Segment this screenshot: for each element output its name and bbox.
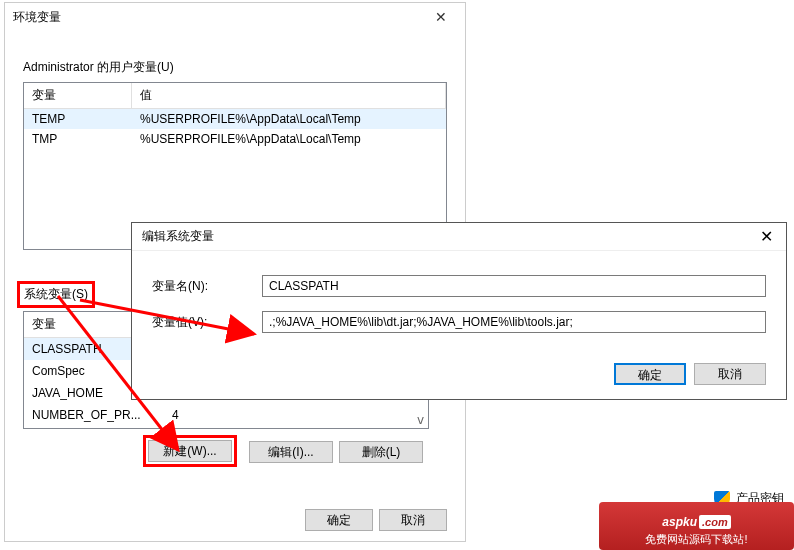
col-value: 值: [132, 83, 446, 108]
chevron-down-icon[interactable]: ⅴ: [412, 412, 428, 428]
new-button-highlight: 新建(W)...: [143, 435, 237, 467]
table-row[interactable]: TMP %USERPROFILE%\AppData\Local\Temp: [24, 129, 446, 149]
edit-dialog-titlebar: 编辑系统变量 ✕: [132, 223, 786, 251]
edit-dialog-title: 编辑系统变量: [142, 228, 214, 245]
variable-value-input[interactable]: [262, 311, 766, 333]
aspku-com: .com: [699, 515, 731, 529]
variable-name-label: 变量名(N):: [152, 278, 262, 295]
table-row[interactable]: OS Windows NT: [24, 426, 428, 429]
new-button[interactable]: 新建(W)...: [148, 440, 232, 462]
aspku-logo-text: aspku: [662, 515, 697, 529]
cancel-button[interactable]: 取消: [694, 363, 766, 385]
user-vars-label: Administrator 的用户变量(U): [23, 59, 465, 76]
close-icon[interactable]: ✕: [425, 3, 457, 31]
cell-name: TMP: [24, 129, 132, 149]
cell-value: 4: [164, 405, 428, 425]
table-header: 变量 值: [24, 83, 446, 109]
close-icon[interactable]: ✕: [746, 223, 786, 251]
cell-value: %USERPROFILE%\AppData\Local\Temp: [132, 109, 446, 129]
table-row[interactable]: NUMBER_OF_PR... 4: [24, 404, 428, 426]
edit-button[interactable]: 编辑(I)...: [249, 441, 333, 463]
edit-system-variable-dialog: 编辑系统变量 ✕ 变量名(N): 变量值(V): 确定 取消: [131, 222, 787, 400]
cell-name: NUMBER_OF_PR...: [24, 405, 164, 425]
delete-button[interactable]: 删除(L): [339, 441, 423, 463]
aspku-banner: aspku.com 免费网站源码下载站!: [599, 502, 794, 550]
variable-name-input[interactable]: [262, 275, 766, 297]
cell-value: Windows NT: [164, 427, 428, 429]
table-row[interactable]: TEMP %USERPROFILE%\AppData\Local\Temp: [24, 109, 446, 129]
env-dialog-titlebar: 环境变量 ✕: [5, 3, 465, 31]
cell-name: OS: [24, 427, 164, 429]
system-vars-label: 系统变量(S): [24, 287, 88, 301]
ok-button[interactable]: 确定: [305, 509, 373, 531]
cell-value: %USERPROFILE%\AppData\Local\Temp: [132, 129, 446, 149]
aspku-tagline: 免费网站源码下载站!: [645, 532, 747, 547]
env-dialog-title: 环境变量: [13, 9, 61, 26]
variable-value-label: 变量值(V):: [152, 314, 262, 331]
ok-button[interactable]: 确定: [614, 363, 686, 385]
cancel-button[interactable]: 取消: [379, 509, 447, 531]
system-vars-label-highlight: 系统变量(S): [17, 281, 95, 308]
cell-name: TEMP: [24, 109, 132, 129]
col-variable: 变量: [24, 83, 132, 108]
